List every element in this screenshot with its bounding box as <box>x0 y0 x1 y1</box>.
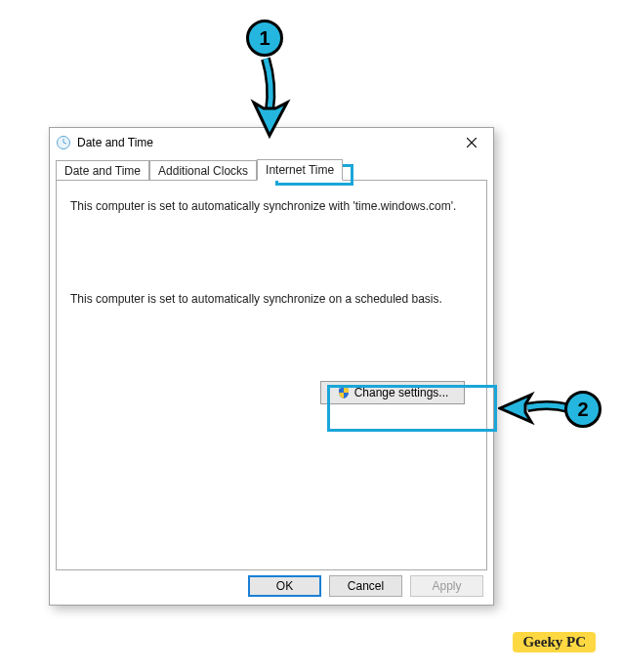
cancel-button[interactable]: Cancel <box>329 575 402 597</box>
tab-content: This computer is set to automatically sy… <box>56 180 487 570</box>
annotation-arrow-2 <box>498 391 571 430</box>
annotation-step-1: 1 <box>246 20 283 57</box>
change-settings-button[interactable]: Change settings... <box>320 381 465 404</box>
change-settings-label: Change settings... <box>354 386 449 399</box>
tab-additional-clocks[interactable]: Additional Clocks <box>149 160 257 181</box>
shield-icon <box>337 386 351 399</box>
dialog-button-row: OK Cancel Apply <box>248 575 483 597</box>
ok-button[interactable]: OK <box>248 575 321 597</box>
watermark: Geeky PC <box>513 632 596 652</box>
annotation-step-2: 2 <box>564 391 602 428</box>
window-title: Date and Time <box>77 136 153 149</box>
clock-icon <box>56 135 71 150</box>
sync-schedule-text: This computer is set to automatically sy… <box>70 292 473 306</box>
sync-status-text: This computer is set to automatically sy… <box>70 198 473 214</box>
close-button[interactable] <box>456 131 487 154</box>
titlebar: Date and Time <box>50 128 493 157</box>
tab-internet-time[interactable]: Internet Time <box>257 159 343 181</box>
date-time-dialog: Date and Time Date and Time Additional C… <box>49 127 494 606</box>
tab-date-and-time[interactable]: Date and Time <box>56 160 149 181</box>
apply-button[interactable]: Apply <box>410 575 483 597</box>
tab-strip: Date and Time Additional Clocks Internet… <box>50 157 493 180</box>
